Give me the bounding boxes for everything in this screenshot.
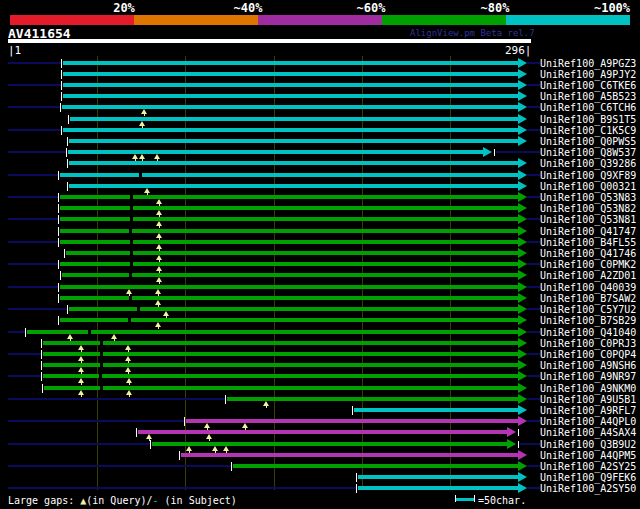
hit-label[interactable]: UniRef100_Q9XF89 xyxy=(540,170,636,181)
hit-bar[interactable] xyxy=(60,240,518,244)
hit-label[interactable]: UniRef100_B9S1T5 xyxy=(540,114,636,125)
row-baseline-left xyxy=(8,241,58,243)
hit-bar[interactable] xyxy=(63,72,518,76)
hit-start-tick xyxy=(184,417,185,426)
hit-label[interactable]: UniRef100_Q40039 xyxy=(540,282,636,293)
ruler-end-label: 296| xyxy=(505,44,532,57)
hit-bar[interactable] xyxy=(233,464,518,468)
hit-arrowhead-icon xyxy=(518,270,527,280)
hit-label[interactable]: UniRef100_C5Y7U2 xyxy=(540,304,636,315)
row-baseline-right xyxy=(527,398,540,400)
hit-bar[interactable] xyxy=(63,83,518,87)
hit-bar[interactable] xyxy=(138,430,507,434)
hit-bar[interactable] xyxy=(43,363,518,367)
hit-bar[interactable] xyxy=(69,184,518,188)
scale-label-60: ~60% xyxy=(357,1,386,15)
size-legend-right-tick xyxy=(474,495,475,502)
row-baseline-left xyxy=(8,263,58,265)
hit-label[interactable]: UniRef100_Q53N81 xyxy=(540,214,636,225)
hit-label[interactable]: UniRef100_C0PQP4 xyxy=(540,349,636,360)
hit-label[interactable]: UniRef100_A9U5B1 xyxy=(540,394,636,405)
hit-label[interactable]: UniRef100_B7SB29 xyxy=(540,315,636,326)
hit-label[interactable]: UniRef100_A9RFL7 xyxy=(540,405,636,416)
hit-bar[interactable] xyxy=(43,341,518,345)
hit-label[interactable]: UniRef100_A9NKM0 xyxy=(540,383,636,394)
hit-bar[interactable] xyxy=(69,161,518,165)
hit-label[interactable]: UniRef100_A9NSH6 xyxy=(540,360,636,371)
gap-legend-subject-text: (in Subject) xyxy=(159,495,237,506)
subject-gap-mark xyxy=(100,352,103,356)
hit-bar[interactable] xyxy=(358,486,518,490)
hit-arrowhead-icon xyxy=(518,114,527,124)
hit-arrowhead-icon xyxy=(518,349,527,359)
hit-bar[interactable] xyxy=(60,195,518,199)
hit-bar[interactable] xyxy=(181,453,518,457)
hit-label[interactable]: UniRef100_C0PRJ3 xyxy=(540,338,636,349)
row-baseline-left xyxy=(8,420,184,422)
scale-label-80: ~80% xyxy=(481,1,510,15)
hit-bar[interactable] xyxy=(27,330,518,334)
hit-start-tick xyxy=(58,316,59,325)
hit-label[interactable]: UniRef100_A9PJY2 xyxy=(540,69,636,80)
hit-bar[interactable] xyxy=(66,251,518,255)
hit-label[interactable]: UniRef100_Q53N83 xyxy=(540,192,636,203)
hit-label[interactable]: UniRef100_A4QPM5 xyxy=(540,450,636,461)
hit-label[interactable]: UniRef100_Q41040 xyxy=(540,327,636,338)
row-baseline-left xyxy=(8,487,356,489)
hit-bar[interactable] xyxy=(63,94,518,98)
row-baseline-left xyxy=(8,465,231,467)
row-baseline-right xyxy=(527,331,540,333)
hit-label[interactable]: UniRef100_A9NR97 xyxy=(540,371,636,382)
hit-label[interactable]: UniRef100_C0PMK2 xyxy=(540,259,636,270)
hit-label[interactable]: UniRef100_A2SY25 xyxy=(540,461,636,472)
hit-bar[interactable] xyxy=(60,217,518,221)
hit-label[interactable]: UniRef100_Q9FEK6 xyxy=(540,472,636,483)
hit-label[interactable]: UniRef100_Q0PWS5 xyxy=(540,136,636,147)
hit-label[interactable]: UniRef100_Q41747 xyxy=(540,226,636,237)
hit-bar[interactable] xyxy=(62,105,518,109)
hit-bar[interactable] xyxy=(60,206,518,210)
hit-label[interactable]: UniRef100_A2SY50 xyxy=(540,483,636,494)
hit-bar[interactable] xyxy=(43,374,518,378)
hit-bar[interactable] xyxy=(60,262,518,266)
hit-label[interactable]: UniRef100_Q41746 xyxy=(540,248,636,259)
hit-bar[interactable] xyxy=(63,128,518,132)
hit-label[interactable]: UniRef100_Q00321 xyxy=(540,181,636,192)
hit-bar[interactable] xyxy=(227,397,518,401)
hit-label[interactable]: UniRef100_A9PGZ3 xyxy=(540,58,636,69)
query-gap-triangle-stem xyxy=(129,383,130,385)
hit-label[interactable]: UniRef100_Q3B9U2 xyxy=(540,439,636,450)
hit-bar[interactable] xyxy=(354,408,518,412)
hit-bar[interactable] xyxy=(44,386,518,390)
hit-label[interactable]: UniRef100_B7SAW2 xyxy=(540,293,636,304)
hit-start-tick xyxy=(67,182,68,191)
hit-arrowhead-icon xyxy=(518,203,527,213)
hit-label[interactable]: UniRef100_A4QPL0 xyxy=(540,416,636,427)
hit-label[interactable]: UniRef100_A5B523 xyxy=(540,91,636,102)
hit-bar[interactable] xyxy=(70,117,518,121)
hit-start-tick xyxy=(58,294,59,303)
hit-bar[interactable] xyxy=(358,475,518,479)
hit-bar[interactable] xyxy=(43,352,518,356)
hit-label[interactable]: UniRef100_A2ZD01 xyxy=(540,270,636,281)
row-baseline-left xyxy=(8,308,67,310)
hit-bar[interactable] xyxy=(186,419,518,423)
hit-label[interactable]: UniRef100_C1K5C9 xyxy=(540,125,636,136)
hit-label[interactable]: UniRef100_A4SAX4 xyxy=(540,427,636,438)
row-baseline-left xyxy=(8,443,150,445)
row-baseline-right xyxy=(527,129,540,131)
hit-bar[interactable] xyxy=(152,442,507,446)
hit-label[interactable]: UniRef100_B4FL55 xyxy=(540,237,636,248)
hit-label[interactable]: UniRef100_Q8W537 xyxy=(540,147,636,158)
hit-bar[interactable] xyxy=(63,61,518,65)
hit-label[interactable]: UniRef100_C6TKE6 xyxy=(540,80,636,91)
hit-label[interactable]: UniRef100_C6TCH6 xyxy=(540,102,636,113)
hit-bar[interactable] xyxy=(68,150,483,154)
subject-gap-mark xyxy=(100,386,103,390)
hit-bar[interactable] xyxy=(60,173,518,177)
hit-arrowhead-icon xyxy=(518,327,527,337)
hit-label[interactable]: UniRef100_Q53N82 xyxy=(540,203,636,214)
hit-label[interactable]: UniRef100_Q39286 xyxy=(540,158,636,169)
scale-label-40: ~40% xyxy=(234,1,263,15)
hit-bar[interactable] xyxy=(69,139,518,143)
